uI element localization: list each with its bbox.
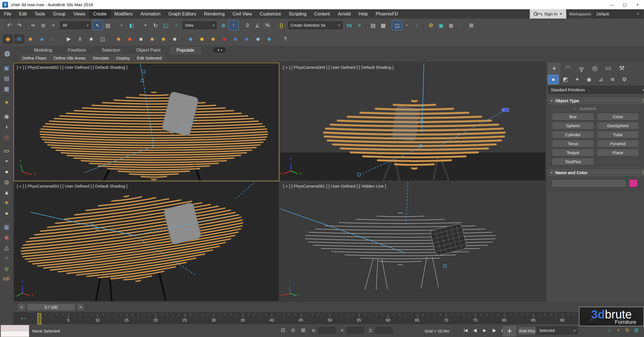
phoenix-droplets-sim-icon[interactable]: ● xyxy=(186,34,196,44)
viewport-label[interactable]: [ + ] [ PhysCamera003 ] [ User Defined ]… xyxy=(17,184,127,188)
vray-framebuffer-icon[interactable]: ▣ xyxy=(2,63,11,73)
vray-physical-camera-icon[interactable]: ◉ xyxy=(2,111,11,121)
autogrid-checkbox[interactable] xyxy=(573,106,577,111)
ribbon-button[interactable]: Define Flows xyxy=(19,54,50,62)
vray-light-bulb-icon[interactable]: ✶ xyxy=(2,98,11,107)
viewport-top-right[interactable]: ZXY [ + ] [ PhysCamera004 ] [ User Defin… xyxy=(280,63,545,181)
toolbar-icon[interactable] xyxy=(114,21,115,29)
object-color-swatch[interactable] xyxy=(629,179,638,187)
constraints-icon[interactable]: ⊕ xyxy=(218,20,229,30)
phoenix-smoke-sim-icon[interactable]: ● xyxy=(136,34,146,44)
toolbar-icon[interactable] xyxy=(390,21,390,29)
menu-item[interactable]: Animation xyxy=(137,9,165,19)
absolute-mode-icon[interactable]: ⊞ xyxy=(300,327,307,334)
phoenix-stop-icon[interactable]: ■ xyxy=(86,34,96,44)
phoenix-ocean-sim-icon[interactable]: ● xyxy=(242,34,252,44)
minimize-button[interactable]: — xyxy=(605,0,618,9)
select-and-link-icon[interactable]: ∞ xyxy=(28,20,38,30)
phoenix-play-icon[interactable]: ▶ xyxy=(64,34,74,44)
primitive-button[interactable]: TextPlus xyxy=(552,158,594,165)
menu-item[interactable]: Content xyxy=(310,9,334,19)
vray-mesh-light-icon[interactable]: ◍ xyxy=(2,177,11,187)
menu-item[interactable]: Create xyxy=(89,9,111,19)
go-to-start-button[interactable]: |◀ xyxy=(461,326,470,334)
ribbon-tab[interactable]: Populate xyxy=(169,46,202,54)
named-selection-set-dropdown[interactable]: Create Selection Se▾ xyxy=(288,21,342,29)
bind-to-space-warp-icon[interactable]: ≈ xyxy=(48,20,58,30)
z-coord-input[interactable] xyxy=(376,327,392,334)
orbit-viewport-icon[interactable]: ↻ xyxy=(624,327,631,334)
primitive-button[interactable]: Plane xyxy=(597,149,639,156)
snap-toggle-3d-icon[interactable]: 3 xyxy=(242,20,252,30)
ribbon-tab[interactable]: Modeling xyxy=(27,46,60,54)
selection-lock-icon[interactable]: ⊙ xyxy=(289,327,297,334)
maximize-viewport-toggle-icon[interactable]: ⊞ xyxy=(633,327,640,334)
ribbon-tab[interactable]: Selection xyxy=(95,46,128,54)
helpers-category-icon[interactable]: ⊿ xyxy=(595,75,606,84)
select-object-icon[interactable]: ↖ xyxy=(93,20,103,30)
phoenix-pause-icon[interactable]: ‖ xyxy=(75,34,85,44)
phoenix-help-icon[interactable]: ? xyxy=(280,34,290,44)
ribbon-button[interactable]: Display xyxy=(113,54,133,62)
phoenix-honey-sim-icon[interactable]: ● xyxy=(208,34,218,44)
phoenix-water-ball-icon[interactable]: ◕ xyxy=(36,34,47,44)
phoenix-explosion-sim-icon[interactable]: ● xyxy=(125,34,135,44)
toolbar-grip[interactable] xyxy=(1,20,3,31)
vray-icon[interactable] xyxy=(3,144,10,144)
vray-sphere-light-icon[interactable]: ● xyxy=(2,167,11,176)
primitive-button[interactable]: Sphere xyxy=(552,122,594,129)
vray-ies-light-icon[interactable]: ▲ xyxy=(2,188,11,197)
unlink-selection-icon[interactable]: ⊘ xyxy=(38,20,48,30)
render-in-cloud-icon[interactable]: ◌ xyxy=(456,20,466,30)
space-warps-category-icon[interactable]: ≋ xyxy=(607,75,618,84)
viewport-label[interactable]: [ + ] [ PhysCamera004 ] [ User Defined ]… xyxy=(283,65,394,70)
toggle-layer-explorer-icon[interactable]: ▦ xyxy=(378,20,388,30)
menu-item[interactable]: Scripting xyxy=(285,9,310,19)
render-setup-icon[interactable]: ⚙ xyxy=(426,20,436,30)
menu-item[interactable]: Civil View xyxy=(229,9,256,19)
hierarchy-tab-icon[interactable]: ╦ xyxy=(575,62,588,74)
phoenix-rope-sim-icon[interactable]: ● xyxy=(147,34,157,44)
toolbar-icon[interactable] xyxy=(424,21,424,29)
vray-rect-light-icon[interactable]: ▭ xyxy=(2,146,11,156)
next-frame-spinner-button[interactable]: > xyxy=(77,303,85,311)
primitive-button[interactable]: Pyramid xyxy=(597,140,639,147)
current-frame-display[interactable]: 0 / 100 xyxy=(27,303,76,311)
curve-editor-icon[interactable]: ◫ xyxy=(392,20,402,30)
pan-viewport-icon[interactable]: + xyxy=(615,327,622,334)
open-a360-gallery-icon[interactable]: ⊞ xyxy=(466,20,476,30)
select-by-name-icon[interactable]: ▤ xyxy=(103,20,113,30)
vray-grass-icon[interactable]: ψ xyxy=(2,264,11,273)
maxscript-mini-listener[interactable] xyxy=(1,325,29,337)
primitive-button[interactable]: Torus xyxy=(552,140,594,147)
menu-item[interactable]: Graph Editors xyxy=(165,9,200,19)
select-and-manipulate-icon[interactable]: ◔ xyxy=(171,20,181,30)
render-production-icon[interactable]: ◍ xyxy=(446,20,456,30)
phoenix-beer-sim-icon[interactable]: ● xyxy=(197,34,207,44)
viewport-bottom-left[interactable]: ZXY [ + ] [ PhysCamera003 ] [ User Defin… xyxy=(14,182,279,301)
systems-category-icon[interactable]: ⚙ xyxy=(619,75,630,84)
toolbar-icon[interactable] xyxy=(26,21,27,29)
ribbon-tab[interactable]: Object Paint xyxy=(129,46,168,54)
restore-button[interactable]: ▢ xyxy=(618,0,631,9)
set-key-button[interactable]: + xyxy=(503,325,517,337)
vray-asset-editor-icon[interactable]: ▦ xyxy=(2,84,11,94)
vray-proxy-icon[interactable]: ▦ xyxy=(2,222,11,232)
viewport-canvas-tl[interactable]: YX xyxy=(14,63,279,181)
geometry-category-icon[interactable]: ● xyxy=(548,75,559,84)
ribbon-config-dropdown[interactable]: ▼▾ xyxy=(213,47,226,53)
vray-sphere-icon[interactable]: ● xyxy=(2,208,11,218)
percent-snap-icon[interactable]: % xyxy=(262,20,273,30)
lights-category-icon[interactable]: ✶ xyxy=(572,75,583,84)
workspaces-dropdown[interactable]: Default▾ xyxy=(594,10,641,18)
object-name-input[interactable] xyxy=(552,179,626,187)
primitive-button[interactable]: GeoSphere xyxy=(597,122,639,129)
angle-snap-icon[interactable]: ∠ xyxy=(252,20,262,30)
toolbar-icon[interactable] xyxy=(240,21,241,29)
primitive-button[interactable]: Cylinder xyxy=(552,131,594,138)
isolate-selection-icon[interactable]: ⊡ xyxy=(279,327,287,334)
primitive-button[interactable]: Tube xyxy=(597,131,639,138)
object-type-rollout-header[interactable]: ▼ Object Type ⣿ xyxy=(548,97,644,104)
primitive-button[interactable]: Box xyxy=(552,113,594,120)
rectangular-selection-region-icon[interactable]: ▫ xyxy=(117,20,127,30)
